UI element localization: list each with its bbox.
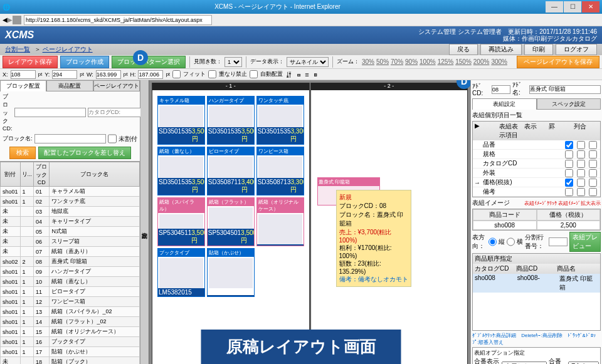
table-row[interactable]: sho01113紙箱（スパイラル）_02	[1, 307, 140, 317]
minimize-button[interactable]: —	[546, 1, 563, 13]
table-row[interactable]: 未03地獄底	[1, 207, 140, 217]
list-item[interactable]: 外装	[473, 169, 600, 178]
table-row[interactable]: 未18貼箱（ブック）	[1, 357, 140, 365]
unassigned-checkbox[interactable]	[108, 134, 117, 143]
fit-checkbox[interactable]	[172, 70, 181, 78]
zoom-label: ズーム：	[337, 58, 359, 66]
header-meta: システム管理 システム管理者 更新日時：2017/11/28 19:11:46媒…	[418, 28, 597, 42]
data-display-select[interactable]: サムネイル	[287, 57, 329, 67]
tab-product-layout[interactable]: 商品配置	[46, 80, 93, 91]
table-row[interactable]: 未06スリーブ箱	[1, 237, 140, 247]
table-row[interactable]: sho01110紙箱（蓋なし）	[1, 277, 140, 287]
auto-checkbox[interactable]	[250, 70, 258, 78]
page-2[interactable]: - 2 - 蓋身式 印籠箱 新規 ブロックCD：08ブロック名：蓋身式 印籠箱 …	[310, 83, 468, 364]
thumb-block[interactable]: ハンガータイプSD35015353,500 円	[207, 96, 255, 145]
page-1[interactable]: - 1 - キャラメル箱SD35015353,500 円ハンガータイプSD350…	[152, 83, 310, 364]
ad-name-input[interactable]	[529, 85, 601, 94]
thumb-block[interactable]: 紙箱（オリジナルケース）	[256, 197, 304, 246]
logoff-button[interactable]: ログオフ	[556, 44, 597, 55]
save-page-layout-button[interactable]: ページレイアウトを保存	[517, 56, 599, 68]
table-row[interactable]: 未05N式箱	[1, 227, 140, 237]
thumb-block[interactable]: キャラメル箱SD35015353,500 円	[157, 96, 205, 145]
zoom-link[interactable]: 100%	[420, 58, 436, 65]
page-icon	[13, 16, 21, 24]
thumb-block[interactable]: ピロータイプSD35087113,400 円	[207, 147, 255, 195]
page-count-label: 見開き数：	[194, 58, 222, 66]
breadcrumb-b[interactable]: ページレイアウト	[43, 46, 93, 53]
align-icons[interactable]: ⭿ ⌧ ≡ ⊞	[285, 71, 319, 78]
product-row[interactable]: sho008sho008-蓋身式 印籠箱	[473, 274, 600, 293]
thumb-block[interactable]: 貼箱（かぶせ）	[207, 248, 255, 297]
print-button[interactable]: 印刷	[524, 44, 553, 55]
close-button[interactable]: ✕	[582, 1, 599, 13]
table-row[interactable]: 未04キャリータイプ	[1, 217, 140, 227]
zoom-link[interactable]: 30%	[362, 58, 374, 65]
x-input[interactable]	[11, 70, 36, 79]
goban-dir-select[interactable]: Z方向	[568, 361, 599, 365]
search-button[interactable]: 検索	[9, 147, 36, 159]
table-row[interactable]: sho01116ブックタイプ	[1, 337, 140, 347]
h-input[interactable]	[138, 70, 163, 79]
list-item[interactable]: 品番	[473, 140, 600, 150]
list-item[interactable]: 備考	[473, 187, 600, 197]
swap-button[interactable]: 配置したブロックを差し替え	[38, 147, 131, 159]
tab-block-layout[interactable]: ブロック配置	[0, 80, 46, 91]
tab-page-layout[interactable]: ページレイアウト	[93, 80, 140, 91]
table-row[interactable]: sho01117貼箱（かぶせ）	[1, 347, 140, 357]
thumb-block[interactable]: ワンピース箱SD35087133,300 円	[256, 147, 304, 195]
list-item[interactable]: 規格	[473, 150, 600, 159]
table-row[interactable]: sho01111ピロータイプ	[1, 287, 140, 297]
tab-spec-config[interactable]: スペック設定	[537, 98, 601, 110]
goban-display-select[interactable]: 表示しない	[502, 361, 547, 365]
zoom-link[interactable]: 125%	[438, 58, 454, 65]
y-input[interactable]	[52, 70, 77, 79]
thumb-block[interactable]: 紙箱（蓋なし）SD35015353,500 円	[157, 147, 205, 195]
canvas-vtab[interactable]: 台割設定	[140, 80, 149, 364]
tab-table-config[interactable]: 表組設定	[472, 98, 537, 110]
table-preview-button[interactable]: 表組プレビュー	[569, 232, 601, 252]
w-input[interactable]	[96, 70, 121, 79]
window-title: XCMS - ページレイアウト - Internet Explorer	[10, 3, 545, 11]
maximize-button[interactable]: ☐	[564, 1, 581, 13]
block-name-input[interactable]	[34, 134, 106, 143]
list-item[interactable]: →価格(税抜)	[473, 178, 600, 187]
zoom-link[interactable]: 200%	[473, 58, 490, 65]
back-icon[interactable]: ◀	[3, 16, 8, 23]
zoom-link[interactable]: 150%	[455, 58, 472, 65]
split-row-input[interactable]	[549, 237, 568, 246]
thumb-block[interactable]: ブックタイプLM5382015	[157, 248, 205, 297]
address-input[interactable]	[24, 15, 212, 25]
table-row[interactable]: sho01114紙箱（フラット）_02	[1, 317, 140, 327]
thumb-block[interactable]: 紙箱（フラット）SP53045013,500 円	[207, 197, 255, 246]
layout-save-button[interactable]: レイアウト保存	[3, 56, 58, 68]
wrap-checkbox[interactable]	[208, 70, 216, 78]
enlarge-link[interactable]: 表組ｲﾒｰｼﾞｸﾘｯｸ 表組ｲﾒｰｼﾞ拡大表示	[524, 200, 601, 207]
forward-icon[interactable]: ▶	[8, 16, 13, 23]
table-row[interactable]: sho01109ハンガータイプ	[1, 267, 140, 277]
back-button[interactable]: 戻る	[449, 44, 478, 55]
dir-h-radio[interactable]	[507, 237, 515, 246]
zoom-link[interactable]: 300%	[491, 58, 507, 65]
list-item[interactable]: カタログCD	[473, 159, 600, 169]
table-row[interactable]: 未07紙箱（蓋あり）	[1, 247, 140, 257]
zoom-link[interactable]: 70%	[391, 58, 403, 65]
table-row[interactable]: sho01112ワンピース箱	[1, 297, 140, 307]
table-row[interactable]: sho02208蓋身式 印籠箱	[1, 257, 140, 267]
dir-v-radio[interactable]	[488, 237, 497, 246]
reload-button[interactable]: 再読込み	[480, 44, 522, 55]
zoom-link[interactable]: 90%	[405, 58, 418, 65]
logo: XCMS	[5, 29, 34, 41]
block-pattern-button[interactable]: ブロックパターン選択	[112, 56, 186, 68]
ad-cd-input[interactable]	[492, 85, 510, 94]
table-row[interactable]: sho01101キャラメル箱	[1, 187, 140, 197]
block-cd-input[interactable]	[14, 108, 86, 117]
page-count-select[interactable]: 1	[224, 57, 242, 67]
breadcrumb-a[interactable]: 台割一覧	[5, 46, 30, 53]
zoom-link[interactable]: 50%	[376, 58, 389, 65]
help-text: ﾀﾞﾌﾞﾙｸﾘｯｸ:商品詳細 Deleteｷｰ:商品削除 ﾄﾞﾗｯｸﾞ&ﾄﾞﾛｯ…	[472, 332, 601, 346]
block-create-button[interactable]: ブロック作成	[60, 56, 109, 68]
table-row[interactable]: sho01115紙箱（オリジナルケース）	[1, 327, 140, 337]
thumb-block[interactable]: ワンタッチ底SD35015353,300 円	[256, 96, 304, 145]
table-row[interactable]: sho01102ワンタッチ底	[1, 197, 140, 207]
thumb-block[interactable]: 紙箱（スパイラル）SP53045113,500 円	[157, 197, 205, 246]
